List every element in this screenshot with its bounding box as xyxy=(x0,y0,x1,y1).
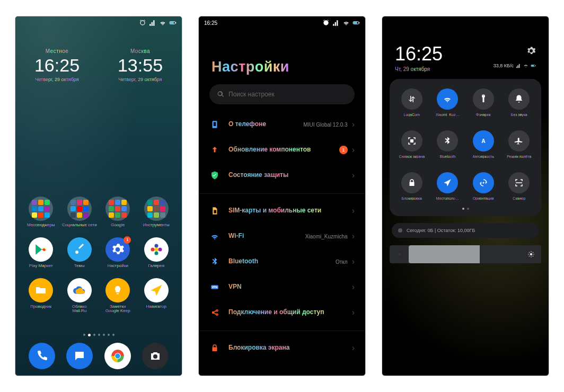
app-label: Заметки Google Keep xyxy=(105,305,130,314)
badge: 1 xyxy=(339,146,348,154)
settings-item-value: Xiaomi_Kuzmicha xyxy=(305,234,348,239)
brightness-slider[interactable] xyxy=(390,245,541,263)
settings-item-wifi[interactable]: Wi-FiXiaomi_Kuzmicha› xyxy=(199,224,365,249)
qs-tile-bell[interactable]: Без звука xyxy=(501,88,537,117)
app-mailru-cloud[interactable]: Облако Mail.Ru xyxy=(60,278,99,314)
wifi-icon xyxy=(342,19,350,26)
wifi-icon xyxy=(437,88,458,110)
dock xyxy=(15,343,182,369)
chevron-right-icon: › xyxy=(352,231,355,241)
qs-tile-auto-bright[interactable]: AАвтояркость xyxy=(465,130,501,158)
folder-google[interactable]: Google xyxy=(99,197,137,228)
app-keep[interactable]: Заметки Google Keep xyxy=(99,278,137,314)
settings-item-share[interactable]: Подключение и общий доступ› xyxy=(199,300,365,325)
svg-rect-18 xyxy=(214,122,216,127)
wifi-icon xyxy=(159,19,166,26)
settings-item-label: Обновление компонентов xyxy=(228,146,339,154)
qs-tile-plane[interactable]: Режим полёта xyxy=(501,130,537,158)
app-themes[interactable]: Темы xyxy=(60,237,99,269)
svg-point-3 xyxy=(154,247,158,251)
data-usage-bar[interactable]: Сегодня: 0Б | Остаток: 10,00ГБ xyxy=(392,223,539,238)
chevron-right-icon: › xyxy=(352,145,355,155)
screenshot-icon xyxy=(401,130,422,152)
folder-tools[interactable]: Инструменты xyxy=(137,197,176,228)
dock-chrome[interactable] xyxy=(104,343,131,369)
clock-local[interactable]: Местное 16:25 Четверг, 29 октября xyxy=(34,48,80,82)
app-settings[interactable]: 1 Настройки xyxy=(99,237,137,269)
qs-tile-label: Bluetooth xyxy=(439,155,455,158)
lock-icon xyxy=(209,343,220,353)
settings-item-value: Откл xyxy=(336,259,348,265)
svg-rect-25 xyxy=(410,139,413,142)
battery-icon xyxy=(531,63,536,68)
svg-text:A: A xyxy=(481,138,486,144)
search-input[interactable]: Поиск настроек xyxy=(209,84,355,104)
settings-item-label: VPN xyxy=(228,283,352,291)
app-explorer[interactable]: Проводник xyxy=(22,278,60,314)
qs-tile-wifi[interactable]: Xiaomi_Kuz… xyxy=(430,88,466,117)
qs-tile-location[interactable]: Местополо… xyxy=(430,172,466,200)
qs-tile-label: Xiaomi_Kuz… xyxy=(436,113,459,117)
settings-button[interactable] xyxy=(526,46,536,58)
dock-phone[interactable] xyxy=(29,343,55,369)
chevron-right-icon: › xyxy=(352,171,355,180)
qs-page-indicator xyxy=(394,208,537,210)
lock-icon xyxy=(401,172,422,193)
app-grid: Мессенджеры Социальные сети Google Инстр… xyxy=(15,197,182,314)
folder-icon xyxy=(144,197,169,221)
app-gallery[interactable]: Галерея xyxy=(137,237,176,269)
status-bar: 16:25 xyxy=(199,16,365,29)
qs-tile-lock[interactable]: Блокировка xyxy=(394,172,430,200)
settings-item-vpn[interactable]: VPNVPN› xyxy=(199,274,365,300)
qs-tile-torch[interactable]: Фонарик xyxy=(465,88,501,117)
home-screen: Местное 16:25 Четверг, 29 октября Москва… xyxy=(15,16,182,376)
app-navigator[interactable]: Навигатор xyxy=(137,278,176,314)
search-placeholder: Поиск настроек xyxy=(228,91,275,98)
qs-tile-label: LugaCom xyxy=(404,113,420,117)
settings-item-label: SIM-карты и мобильные сети xyxy=(228,207,352,215)
vpn-icon: VPN xyxy=(209,282,220,292)
qs-tile-label: Снимок экрана xyxy=(399,155,425,158)
signal-icon xyxy=(516,63,521,68)
battery-icon xyxy=(352,19,360,26)
rotate-icon xyxy=(473,172,494,193)
flower-icon xyxy=(144,237,169,262)
svg-point-13 xyxy=(153,354,157,359)
chevron-right-icon: › xyxy=(352,308,355,317)
settings-item-shield[interactable]: Состояние защиты› xyxy=(199,163,365,188)
bt-icon xyxy=(209,256,220,267)
alarm-icon xyxy=(139,19,146,26)
chevron-right-icon: › xyxy=(352,282,355,292)
app-label: Play Маркет xyxy=(29,264,53,269)
dock-camera[interactable] xyxy=(142,343,169,369)
clock-widgets: Местное 16:25 Четверг, 29 октября Москва… xyxy=(15,48,182,82)
folder-social[interactable]: Социальные сети xyxy=(60,197,99,228)
qs-tile-screenshot[interactable]: Снимок экрана xyxy=(394,130,430,158)
qs-tile-label: Блокировка xyxy=(402,197,422,200)
qs-tile-rotate[interactable]: Ориентация xyxy=(465,172,501,200)
folder-messengers[interactable]: Мессенджеры xyxy=(22,197,60,228)
clock-time: 13:55 xyxy=(118,55,163,76)
settings-item-sim[interactable]: SIM-карты и мобильные сети› xyxy=(199,193,365,224)
clock-moscow[interactable]: Москва 13:55 Четверг, 29 октября xyxy=(118,48,163,82)
bell-icon xyxy=(508,88,530,110)
settings-item-phone-info[interactable]: О телефонеMIUI Global 12.0.3› xyxy=(199,112,365,137)
dock-messages[interactable] xyxy=(66,343,93,369)
qs-panel: LugaComXiaomi_Kuz…ФонарикБез звукаСнимок… xyxy=(390,79,541,216)
location-icon xyxy=(437,172,458,193)
settings-item-bt[interactable]: BluetoothОткл› xyxy=(199,249,365,274)
settings-item-label: О телефоне xyxy=(228,120,303,129)
qs-tile-data[interactable]: LugaCom xyxy=(394,88,430,117)
app-play-market[interactable]: Play Маркет xyxy=(22,237,60,269)
dot-icon xyxy=(398,228,402,233)
settings-item-arrow-up[interactable]: Обновление компонентов1› xyxy=(199,137,365,163)
bt-icon xyxy=(437,130,458,152)
svg-rect-19 xyxy=(214,210,217,213)
svg-rect-24 xyxy=(535,65,536,66)
settings-item-lock[interactable]: Блокировка экрана› xyxy=(199,331,365,361)
qs-tile-scan[interactable]: Сканер xyxy=(501,172,537,200)
folder-icon xyxy=(67,197,92,221)
qs-tile-label: Местополо… xyxy=(436,197,459,200)
app-label: Настройки xyxy=(108,264,128,269)
qs-tile-bt[interactable]: Bluetooth xyxy=(430,130,466,158)
